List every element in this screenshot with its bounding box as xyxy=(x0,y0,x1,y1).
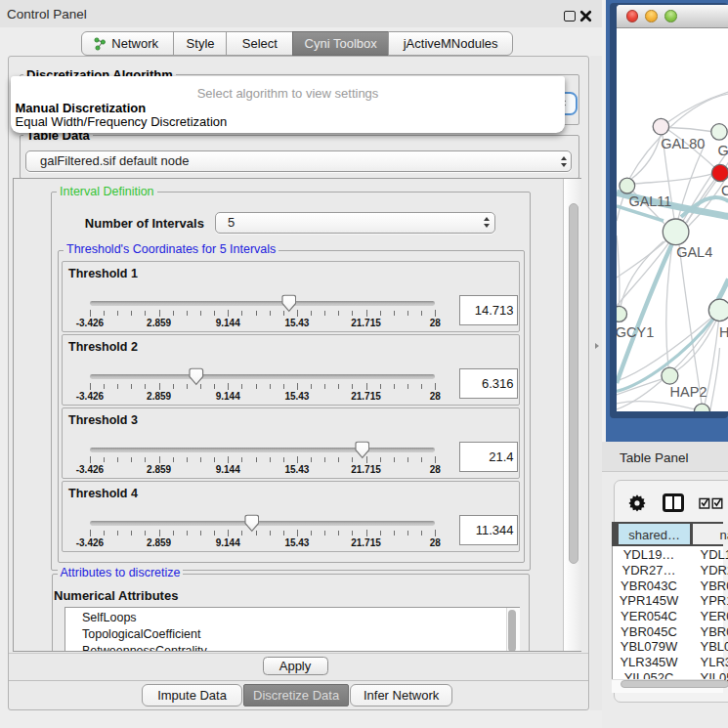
svg-text:HAP2: HAP2 xyxy=(669,384,707,400)
svg-text:GA: GA xyxy=(717,143,728,158)
svg-text:C: C xyxy=(720,182,728,197)
svg-text:GAL80: GAL80 xyxy=(661,136,705,151)
svg-text:GCY1: GCY1 xyxy=(617,323,654,339)
svg-text:GAL11: GAL11 xyxy=(628,193,671,208)
svg-text:H: H xyxy=(718,324,728,340)
svg-text:GAL4: GAL4 xyxy=(676,243,712,259)
